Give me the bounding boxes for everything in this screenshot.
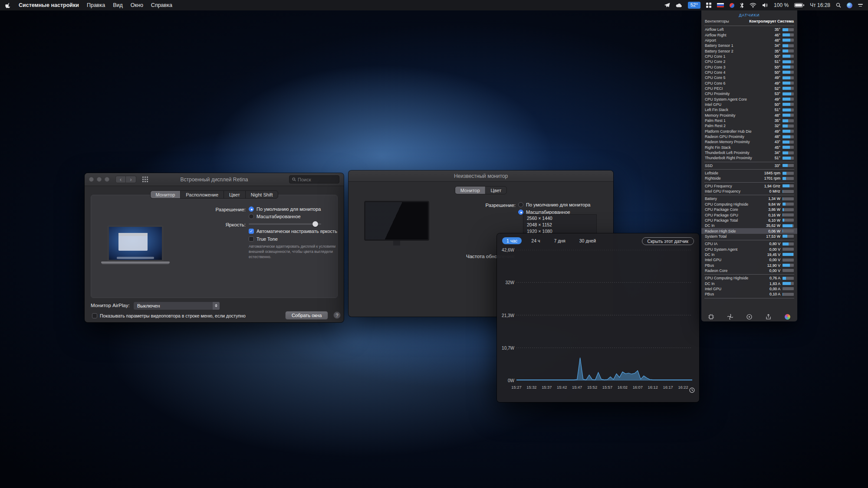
sensor-row[interactable]: Memory Proximity48° [701,113,797,118]
resolution-item[interactable]: 2560 × 1440 [523,215,596,221]
sensor-row[interactable]: Radeon Core0,00 V [701,268,797,273]
sensor-row[interactable]: CPU Core 251° [701,59,797,64]
sensor-row[interactable]: CPU PECI52° [701,86,797,91]
sensor-row[interactable]: Palm Rest 135° [701,118,797,123]
close-button[interactable] [89,177,94,182]
back-button[interactable]: ‹ [115,176,126,183]
sensor-row[interactable]: CPU Core 450° [701,70,797,75]
sensor-row[interactable]: Left Fin Stack51° [701,107,797,112]
window2-titlebar[interactable]: Неизвестный монитор [349,170,613,182]
sensor-row[interactable]: Right Fin Stack45° [701,145,797,150]
menu-item[interactable]: Вид [113,2,123,8]
auto-brightness-checkbox[interactable]: Автоматически настраивать яркость [249,229,337,234]
sensor-row[interactable]: Thunderbolt Left Proximity34° [701,150,797,155]
sensor-row[interactable]: CPU Package Core3,86 W [701,207,797,212]
menu-bar-clock[interactable]: Чт 16:28 [810,3,830,8]
sensor-row[interactable]: CPU Core 549° [701,75,797,80]
mirroring-checkbox[interactable]: Показывать параметры видеоповтора в стро… [92,313,246,318]
siri-icon[interactable] [847,3,852,8]
sensor-row[interactable]: Intel GPU0,00 A [701,286,797,291]
sensor-row[interactable]: CPU Package Total6,10 W [701,218,797,223]
sensor-row[interactable]: Airport48° [701,38,797,43]
sensor-row[interactable]: Battery Sensor 134° [701,43,797,48]
sensor-row[interactable]: Thunderbolt Right Proximity51° [701,155,797,160]
sensor-row[interactable]: CPU System Agent Core49° [701,96,797,102]
radio-option[interactable]: Масштабированное [249,214,321,219]
help-button[interactable]: ? [333,311,341,319]
sensor-row[interactable]: CPU Frequency1,94 GHz [701,183,797,189]
sensor-row[interactable]: CPU Core 649° [701,80,797,85]
tab-Цвет[interactable]: Цвет [224,191,246,198]
sensor-row[interactable]: DC In1,83 A [701,281,797,286]
forward-button[interactable]: › [126,176,136,183]
slider-thumb[interactable] [312,221,318,227]
sensor-row[interactable]: PBus0,10 A [701,291,797,297]
notification-center-icon[interactable] [858,4,863,7]
grid-icon[interactable] [706,3,711,8]
active-app-menu[interactable]: Системные настройки [19,2,79,8]
sensor-row[interactable]: SSD33° [701,163,797,168]
sensor-row[interactable]: CPU Proximity53° [701,91,797,96]
brightness-slider[interactable] [249,221,321,227]
volume-icon[interactable] [762,3,768,8]
app-badge-icon[interactable] [730,3,734,8]
sensor-row[interactable]: DC In35,62 W [701,223,797,228]
sensor-row[interactable]: System Total17,53 W [701,234,797,239]
window1-titlebar[interactable]: Встроенный дисплей Retina ‹ › Поиск [85,173,344,186]
sensor-row[interactable]: Radeon Memory Proximity43° [701,139,797,144]
range-button[interactable]: 1 час [502,237,522,244]
sensor-row[interactable]: Rightside1701 rpm [701,176,797,181]
true-tone-checkbox[interactable]: True Tone [249,236,278,242]
tab-Монитор[interactable]: Монитор [151,191,181,198]
radio-option[interactable]: По умолчанию для монитора [249,206,321,212]
clock-icon[interactable] [689,387,695,395]
share-icon[interactable] [766,314,771,320]
chip-icon[interactable] [708,314,714,320]
gather-windows-button[interactable]: Собрать окна [285,311,328,320]
spotlight-icon[interactable] [836,3,841,8]
battery-icon[interactable] [794,3,804,7]
show-all-icon[interactable] [142,177,148,182]
sensor-row[interactable]: Intel GPU Frequency0 MHz [701,189,797,194]
sensor-row[interactable]: CPU Core 150° [701,54,797,59]
sensor-row[interactable]: CPU IA0,80 V [701,241,797,246]
sensor-row[interactable]: Airflow Right46° [701,32,797,37]
tab-Цвет[interactable]: Цвет [486,187,507,194]
bluetooth-icon[interactable] [740,3,744,8]
range-button[interactable]: 24 ч [527,237,544,244]
radio-option[interactable]: По умолчанию для монитора [518,202,590,207]
sensor-row[interactable]: Leftside1845 rpm [701,170,797,176]
disk-icon[interactable] [746,314,752,320]
wifi-icon[interactable] [750,3,756,8]
sensor-row[interactable]: Palm Rest 232° [701,123,797,128]
sensor-row[interactable]: Battery Sensor 235° [701,48,797,53]
menu-item[interactable]: Справка [151,2,172,8]
sensor-row[interactable]: Battery1,34 W [701,196,797,201]
tab-Монитор[interactable]: Монитор [455,187,486,194]
sensor-row[interactable]: CPU Computing Highside9,84 W [701,202,797,207]
fans-control-row[interactable]: Вентиляторы Контролирует Система [701,19,797,25]
sensor-row[interactable]: CPU Core 350° [701,64,797,69]
sensor-row[interactable]: Radeon High Side0,06 W [701,228,797,233]
ru-flag-input-icon[interactable] [717,3,724,7]
minimize-button[interactable] [97,177,102,182]
cloud-icon[interactable] [676,3,682,7]
sensor-row[interactable]: CPU System Agent0,00 V [701,246,797,252]
menu-item[interactable]: Правка [87,2,105,8]
range-button[interactable]: 30 дней [575,237,600,244]
tab-Расположение[interactable]: Расположение [181,191,224,198]
sensor-row[interactable]: CPU Package GPU0,16 W [701,212,797,217]
sensor-row[interactable]: CPU Computing Highside0,76 A [701,275,797,281]
telegram-icon[interactable] [664,3,670,8]
istat-app-icon[interactable] [785,314,790,320]
search-input[interactable]: Поиск [289,175,339,183]
resolution-item[interactable]: 2048 × 1152 [523,221,596,228]
sensor-row[interactable]: Intel GPU50° [701,102,797,107]
sensor-row[interactable]: Platform Controller Hub Die49° [701,129,797,134]
sensor-row[interactable]: Radeon GPU Proximity48° [701,134,797,139]
zoom-button[interactable] [105,177,109,182]
sensor-row[interactable]: PBus12,90 V [701,262,797,268]
hide-sensor-button[interactable]: Скрыть этот датчик [642,237,694,245]
range-button[interactable]: 7 дня [549,237,569,244]
sensor-row[interactable]: DC In19,45 V [701,252,797,257]
